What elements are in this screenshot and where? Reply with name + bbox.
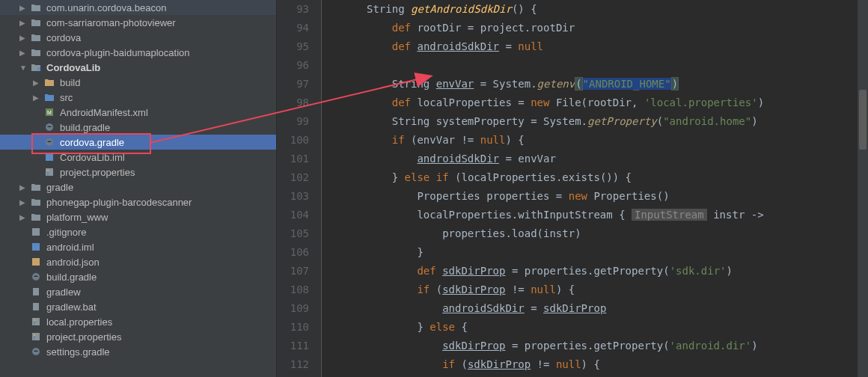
expand-arrow-icon[interactable]: ▶ bbox=[33, 94, 40, 102]
code-token: != bbox=[531, 358, 556, 370]
code-line[interactable]: androidSdkDir = envVar bbox=[367, 150, 868, 168]
expand-arrow-icon[interactable]: ▶ bbox=[19, 34, 27, 42]
code-line[interactable]: androidSdkDir = sdkDirProp bbox=[367, 299, 868, 318]
vertical-scrollbar[interactable] bbox=[858, 0, 868, 377]
code-token: getenv bbox=[537, 78, 575, 90]
code-line[interactable]: } else { bbox=[367, 318, 868, 337]
code-line[interactable]: localProperties.withInputStream { InputS… bbox=[367, 206, 868, 224]
tree-item-project-properties[interactable]: ▶project.properties bbox=[0, 165, 276, 180]
code-line[interactable]: String getAndroidSdkDir() { bbox=[367, 0, 868, 19]
code-line[interactable]: androidSdkDir = (new File(rootDir, sdkDi… bbox=[367, 374, 868, 377]
code-token: String systemProperty = System. bbox=[367, 115, 587, 127]
code-token: getProperty bbox=[587, 115, 657, 127]
code-token: envVar bbox=[436, 78, 474, 90]
iml-icon bbox=[43, 151, 55, 163]
expand-arrow-icon[interactable]: ▶ bbox=[33, 79, 40, 87]
expand-arrow-icon[interactable]: ▶ bbox=[19, 198, 27, 206]
code-token bbox=[367, 358, 442, 370]
tree-item-cordovalib-iml[interactable]: ▶CordovaLib.iml bbox=[0, 150, 276, 165]
gradle-icon bbox=[43, 121, 55, 133]
tree-item-phonegap-plugin-barcodescanner[interactable]: ▶phonegap-plugin-barcodescanner bbox=[0, 194, 276, 209]
expand-arrow-icon[interactable]: ▶ bbox=[19, 213, 27, 221]
code-token: def bbox=[392, 40, 411, 52]
expand-arrow-icon[interactable]: ▼ bbox=[19, 64, 27, 72]
code-token: if bbox=[442, 358, 455, 370]
tree-item-android-json[interactable]: ▶android.json bbox=[0, 254, 276, 269]
tree-item-settings-gradle[interactable]: ▶settings.gradle bbox=[0, 344, 276, 359]
code-line[interactable]: String envVar = System.getenv("ANDROID_H… bbox=[367, 75, 868, 94]
code-line[interactable]: sdkDirProp = properties.getProperty('and… bbox=[367, 337, 868, 355]
tree-item-gradlew-bat[interactable]: ▶gradlew.bat bbox=[0, 299, 276, 314]
expand-arrow-icon[interactable]: ▶ bbox=[19, 4, 27, 12]
tree-item--gitignore[interactable]: ▶.gitignore bbox=[0, 224, 276, 239]
code-token: androidSdkDir bbox=[417, 40, 499, 52]
code-area[interactable]: String getAndroidSdkDir() { def rootDir … bbox=[322, 0, 868, 377]
project-tree[interactable]: ▶com.unarin.cordova.beacon▶com-sarriarom… bbox=[0, 0, 277, 377]
code-token: androidSdkDir bbox=[417, 153, 499, 165]
tree-item-platform-www[interactable]: ▶platform_www bbox=[0, 209, 276, 224]
tree-item-src[interactable]: ▶src bbox=[0, 90, 276, 105]
code-editor[interactable]: 9394959697989910010110210310410510610710… bbox=[277, 0, 868, 377]
tree-item-label: gradle bbox=[46, 182, 73, 193]
tree-item-build-gradle[interactable]: ▶build.gradle bbox=[0, 120, 276, 135]
tree-item-gradlew[interactable]: ▶gradlew bbox=[0, 284, 276, 299]
folder-icon bbox=[30, 16, 42, 28]
module-icon bbox=[30, 61, 42, 73]
code-token bbox=[367, 283, 417, 295]
tree-item-label: project.properties bbox=[60, 167, 135, 178]
code-token: ) { bbox=[556, 283, 575, 295]
tree-item-cordova[interactable]: ▶cordova bbox=[0, 30, 276, 45]
tree-item-com-sarriaroman-photoviewer[interactable]: ▶com-sarriaroman-photoviewer bbox=[0, 15, 276, 30]
code-token: = envVar bbox=[499, 153, 556, 165]
folder-icon bbox=[30, 196, 42, 208]
code-line[interactable]: } bbox=[367, 243, 868, 262]
tree-item-label: build bbox=[60, 77, 80, 88]
tree-item-android-iml[interactable]: ▶android.iml bbox=[0, 239, 276, 254]
line-number: 97 bbox=[277, 75, 309, 94]
tree-item-gradle[interactable]: ▶gradle bbox=[0, 180, 276, 194]
code-line[interactable]: def androidSdkDir = null bbox=[367, 37, 868, 56]
expand-arrow-icon[interactable]: ▶ bbox=[19, 49, 27, 57]
expand-arrow-icon[interactable]: ▶ bbox=[19, 19, 27, 27]
gradle-icon bbox=[30, 271, 42, 283]
scrollbar-thumb[interactable] bbox=[859, 90, 867, 150]
svg-rect-10 bbox=[32, 228, 40, 236]
code-token: def bbox=[392, 96, 411, 108]
code-token bbox=[367, 96, 392, 108]
code-token: } bbox=[367, 246, 424, 258]
code-line[interactable]: } else if (localProperties.exists()) { bbox=[367, 168, 868, 187]
code-token: ) bbox=[671, 77, 679, 91]
tree-item-cordovalib[interactable]: ▼CordovaLib bbox=[0, 60, 276, 75]
code-line[interactable]: if (envVar != null) { bbox=[367, 131, 868, 150]
tree-item-build[interactable]: ▶build bbox=[0, 75, 276, 90]
tree-item-build-gradle[interactable]: ▶build.gradle bbox=[0, 269, 276, 284]
tree-item-androidmanifest-xml[interactable]: ▶MAndroidManifest.xml bbox=[0, 105, 276, 120]
code-line[interactable]: def rootDir = project.rootDir bbox=[367, 19, 868, 37]
code-line[interactable]: properties.load(instr) bbox=[367, 224, 868, 243]
code-line[interactable]: def localProperties = new File(rootDir, … bbox=[367, 94, 868, 112]
code-line[interactable] bbox=[367, 56, 868, 75]
code-line[interactable]: Properties properties = new Properties() bbox=[367, 187, 868, 206]
tree-item-label: src bbox=[60, 92, 73, 103]
line-number: 110 bbox=[277, 318, 309, 337]
code-line[interactable]: if (sdkDirProp != null) { bbox=[367, 281, 868, 299]
code-token: sdkDirProp bbox=[468, 358, 531, 370]
line-number: 107 bbox=[277, 262, 309, 281]
tree-item-cordova-plugin-baidumaplocation[interactable]: ▶cordova-plugin-baidumaplocation bbox=[0, 45, 276, 60]
tree-item-project-properties[interactable]: ▶project.properties bbox=[0, 329, 276, 344]
code-line[interactable]: if (sdkDirProp != null) { bbox=[367, 355, 868, 374]
code-token: ) bbox=[726, 265, 732, 277]
expand-arrow-icon[interactable]: ▶ bbox=[19, 183, 27, 191]
code-line[interactable]: def sdkDirProp = properties.getProperty(… bbox=[367, 262, 868, 281]
tree-item-cordova-gradle[interactable]: ▶cordova.gradle bbox=[0, 135, 276, 150]
code-token: else bbox=[430, 321, 455, 333]
svg-text:M: M bbox=[47, 110, 52, 115]
code-token: null bbox=[531, 283, 556, 295]
line-number: 109 bbox=[277, 299, 309, 318]
tree-item-com-unarin-cordova-beacon[interactable]: ▶com.unarin.cordova.beacon bbox=[0, 0, 276, 15]
line-number: 105 bbox=[277, 224, 309, 243]
code-token: localProperties.withInputStream { bbox=[367, 209, 632, 221]
code-line[interactable]: String systemProperty = System.getProper… bbox=[367, 112, 868, 131]
code-token: sdkDirProp bbox=[442, 265, 505, 277]
tree-item-local-properties[interactable]: ▶local.properties bbox=[0, 314, 276, 329]
